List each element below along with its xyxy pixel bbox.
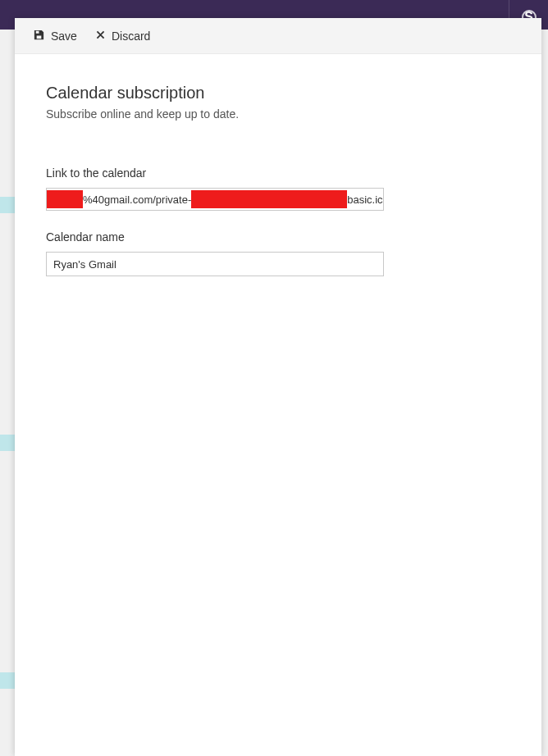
discard-button[interactable]: Discard	[95, 30, 150, 43]
settings-panel: Save Discard Calendar subscription Subsc…	[15, 18, 541, 756]
left-accent-item	[0, 672, 15, 689]
left-accent-decor	[0, 197, 15, 689]
calendar-name-input[interactable]	[46, 252, 384, 276]
redacted-segment	[47, 190, 83, 208]
save-button[interactable]: Save	[33, 29, 77, 43]
calendar-link-input[interactable]: %40gmail.com/private- basic.ics	[46, 188, 384, 211]
link-label: Link to the calendar	[46, 166, 510, 180]
action-bar: Save Discard	[15, 18, 541, 54]
left-accent-item	[0, 435, 15, 451]
link-text-mid: %40gmail.com/private-	[83, 194, 191, 206]
link-text-end: basic.ics	[347, 194, 384, 206]
panel-content: Calendar subscription Subscribe online a…	[15, 54, 541, 756]
close-icon	[95, 30, 106, 43]
redacted-segment	[191, 190, 347, 208]
discard-label: Discard	[112, 30, 150, 43]
calendar-name-label: Calendar name	[46, 230, 510, 244]
name-field-wrap: Calendar name	[46, 230, 510, 276]
save-icon	[33, 29, 45, 43]
save-label: Save	[51, 30, 77, 43]
page-title: Calendar subscription	[46, 84, 510, 102]
page-subtitle: Subscribe online and keep up to date.	[46, 107, 510, 121]
link-field-wrap: Link to the calendar %40gmail.com/privat…	[46, 166, 510, 211]
left-accent-item	[0, 197, 15, 213]
